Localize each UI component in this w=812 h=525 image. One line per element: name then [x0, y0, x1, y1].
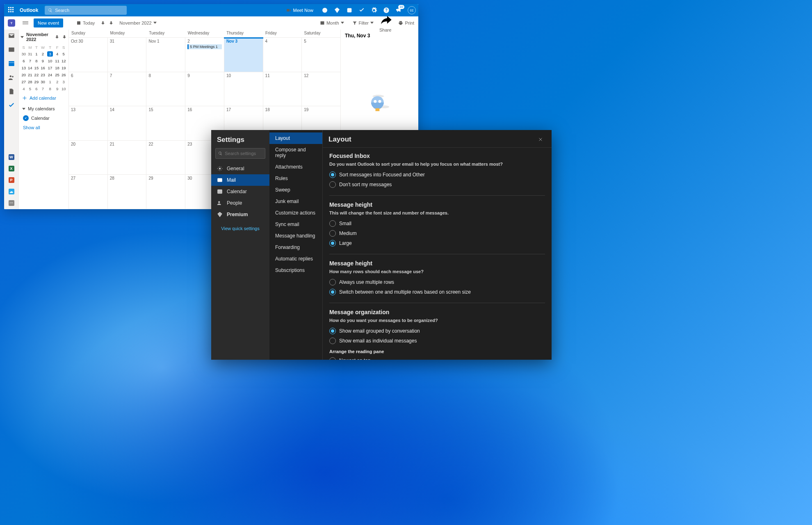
- radio-option[interactable]: Large: [329, 238, 545, 248]
- day-cell[interactable]: 27: [69, 175, 108, 209]
- day-cell[interactable]: 8: [146, 72, 185, 106]
- radio-option[interactable]: Newest on top: [329, 356, 545, 360]
- mini-day[interactable]: 18: [54, 64, 61, 71]
- gear-icon[interactable]: [371, 7, 377, 14]
- settings-search-input[interactable]: [225, 151, 262, 156]
- settings-item-sweep[interactable]: Sweep: [269, 184, 322, 196]
- teams-icon[interactable]: [346, 7, 353, 14]
- radio-option[interactable]: Always use multiple rows: [329, 277, 545, 287]
- settings-item-rules[interactable]: Rules: [269, 173, 322, 184]
- settings-item-sync-email[interactable]: Sync email: [269, 219, 322, 230]
- day-cell[interactable]: 29: [146, 175, 185, 209]
- mini-day[interactable]: 10: [60, 85, 67, 92]
- mini-day[interactable]: 5: [27, 85, 34, 92]
- day-cell[interactable]: 10: [224, 72, 263, 106]
- calendar-rail-icon[interactable]: [8, 60, 15, 67]
- filter-button[interactable]: Filter: [350, 19, 376, 27]
- more-apps-icon[interactable]: ⋯: [9, 200, 14, 206]
- day-cell[interactable]: Oct 30: [69, 38, 108, 72]
- day-cell[interactable]: 22: [146, 141, 185, 175]
- settings-category-premium[interactable]: Premium: [211, 209, 269, 220]
- todo-rail-icon[interactable]: [8, 102, 15, 109]
- mini-day[interactable]: 6: [33, 85, 40, 92]
- settings-item-subscriptions[interactable]: Subscriptions: [269, 265, 322, 276]
- calendar-checkbox-row[interactable]: Calendar: [21, 114, 67, 123]
- mini-calendar[interactable]: SMTWTFS 30311234567891011121314151617181…: [21, 44, 67, 92]
- day-cell[interactable]: 20: [69, 141, 108, 175]
- settings-category-calendar[interactable]: Calendar: [211, 186, 269, 197]
- day-cell[interactable]: 15: [146, 106, 185, 140]
- day-cell[interactable]: 28: [108, 175, 147, 209]
- view-quick-settings-link[interactable]: View quick settings: [211, 220, 269, 231]
- mini-day[interactable]: 30: [40, 78, 46, 85]
- radio-option[interactable]: Small: [329, 219, 545, 228]
- mini-day[interactable]: 1: [46, 78, 54, 85]
- settings-category-general[interactable]: General: [211, 163, 269, 174]
- mini-day[interactable]: 19: [60, 64, 67, 71]
- mini-day[interactable]: 6: [21, 57, 27, 64]
- radio-option[interactable]: Sort messages into Focused and Other: [329, 170, 545, 180]
- mini-day[interactable]: 30: [21, 50, 27, 57]
- new-event-button[interactable]: New event: [34, 18, 63, 27]
- day-cell[interactable]: 21: [108, 141, 147, 175]
- month-nav[interactable]: November 2022: [117, 19, 159, 27]
- mini-day[interactable]: 21: [27, 71, 34, 78]
- radio-option[interactable]: Medium: [329, 228, 545, 238]
- print-button[interactable]: Print: [396, 19, 417, 27]
- help-icon[interactable]: [383, 7, 390, 14]
- chevron-down-icon[interactable]: [21, 36, 24, 38]
- mini-day[interactable]: 4: [54, 50, 61, 57]
- mini-day[interactable]: 28: [27, 78, 34, 85]
- mini-day[interactable]: 16: [40, 64, 46, 71]
- teams-rail-icon[interactable]: T: [8, 19, 15, 27]
- meet-now-button[interactable]: Meet Now: [284, 6, 316, 14]
- mini-day[interactable]: 11: [54, 57, 61, 64]
- settings-item-junk-email[interactable]: Junk email: [269, 196, 322, 207]
- mini-day[interactable]: 3: [60, 78, 67, 85]
- app-launcher-icon[interactable]: [8, 7, 15, 14]
- settings-item-layout[interactable]: Layout: [269, 132, 322, 144]
- day-cell[interactable]: 12: [302, 72, 340, 106]
- mini-day[interactable]: 20: [21, 71, 27, 78]
- day-cell[interactable]: 5: [302, 38, 340, 72]
- radio-option[interactable]: Show email grouped by conversation: [329, 326, 545, 336]
- files-rail-icon[interactable]: [8, 88, 15, 95]
- mini-day[interactable]: 23: [40, 71, 46, 78]
- day-cell[interactable]: 25 PM Meetings 1: [185, 38, 224, 72]
- mini-prev-icon[interactable]: [55, 34, 59, 39]
- my-calendars-toggle[interactable]: My calendars: [21, 104, 67, 114]
- avatar[interactable]: cc: [408, 6, 416, 14]
- add-calendar-button[interactable]: Add calendar: [21, 92, 67, 104]
- settings-category-people[interactable]: People: [211, 197, 269, 209]
- day-cell[interactable]: 9: [185, 72, 224, 106]
- mini-next-icon[interactable]: [62, 34, 67, 39]
- mini-day[interactable]: 9: [54, 85, 61, 92]
- settings-category-mail[interactable]: Mail: [211, 174, 269, 186]
- mini-day[interactable]: 8: [46, 85, 54, 92]
- excel-icon[interactable]: X: [9, 166, 14, 171]
- prev-arrow-icon[interactable]: [100, 21, 105, 25]
- mini-day[interactable]: 5: [60, 50, 67, 57]
- mini-day[interactable]: 3: [46, 50, 54, 57]
- search-input[interactable]: [55, 8, 123, 13]
- powerpoint-icon[interactable]: P: [9, 177, 14, 183]
- mini-day[interactable]: 7: [27, 57, 34, 64]
- day-cell[interactable]: Nov 3: [224, 38, 263, 72]
- day-cell[interactable]: 4: [263, 38, 302, 72]
- mini-day[interactable]: 12: [60, 57, 67, 64]
- next-arrow-icon[interactable]: [109, 21, 114, 25]
- settings-item-automatic-replies[interactable]: Automatic replies: [269, 253, 322, 265]
- mini-day[interactable]: 1: [33, 50, 40, 57]
- mail2-rail-icon[interactable]: [8, 46, 15, 53]
- settings-item-message-handling[interactable]: Message handling: [269, 230, 322, 242]
- settings-item-customize-actions[interactable]: Customize actions: [269, 207, 322, 219]
- close-button[interactable]: [535, 134, 546, 145]
- mini-day[interactable]: 10: [46, 57, 54, 64]
- settings-item-compose-and-reply[interactable]: Compose and reply: [269, 144, 322, 161]
- mini-day[interactable]: 17: [46, 64, 54, 71]
- people-rail-icon[interactable]: [8, 74, 15, 81]
- day-cell[interactable]: 13: [69, 106, 108, 140]
- day-cell[interactable]: 14: [108, 106, 147, 140]
- radio-option[interactable]: Switch between one and multiple rows bas…: [329, 287, 545, 297]
- mini-day[interactable]: 27: [21, 78, 27, 85]
